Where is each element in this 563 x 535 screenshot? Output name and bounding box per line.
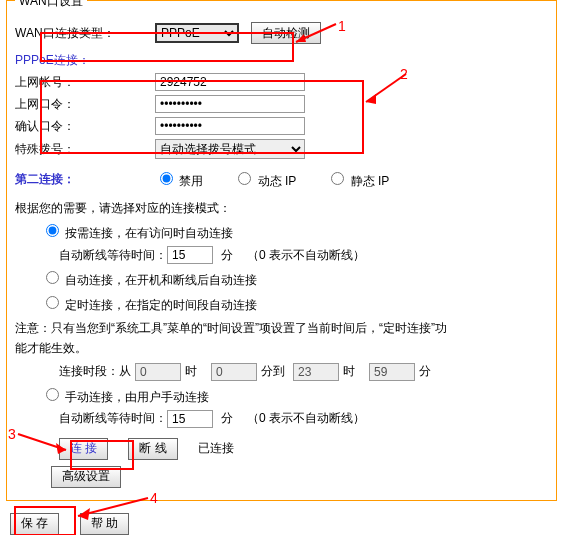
radio-disabled-label: 禁用 [179, 174, 203, 188]
section-pppoe: PPPoE连接： [15, 52, 548, 69]
label-idle1: 自动断线等待时间： [59, 247, 167, 264]
radio-manual-wrap[interactable]: 手动连接，由用户手动连接 [41, 385, 209, 406]
radio-auto-wrap[interactable]: 自动连接，在开机和断线后自动连接 [41, 268, 257, 289]
fieldset-title: WAN口设置 [15, 0, 87, 8]
input-account[interactable] [155, 73, 305, 91]
radio-ondemand-label: 按需连接，在有访问时自动连接 [65, 226, 233, 240]
radio-manual[interactable] [46, 388, 59, 401]
radio-disabled-wrap[interactable]: 禁用 [155, 169, 203, 190]
unit-min1: 分 [221, 247, 233, 264]
help-button[interactable]: 帮 助 [80, 513, 129, 535]
note-idle1: （0 表示不自动断线） [247, 247, 365, 264]
unit-h1: 时 [185, 363, 197, 380]
radio-auto[interactable] [46, 271, 59, 284]
label-idle2: 自动断线等待时间： [59, 410, 167, 427]
unit-h2: 时 [343, 363, 355, 380]
input-h1 [135, 363, 181, 381]
label-range-from: 连接时段：从 [59, 363, 131, 380]
radio-dynip-label: 动态 IP [258, 174, 297, 188]
annotation-1: 1 [338, 18, 346, 34]
note-timed: 注意：只有当您到“系统工具”菜单的“时间设置”项设置了当前时间后，“定时连接”功… [15, 318, 455, 359]
unit-m1: 分到 [261, 363, 285, 380]
input-m2 [369, 363, 415, 381]
radio-ondemand-wrap[interactable]: 按需连接，在有访问时自动连接 [41, 221, 233, 242]
radio-disabled[interactable] [160, 172, 173, 185]
mode-hint: 根据您的需要，请选择对应的连接模式： [15, 200, 231, 217]
unit-m2: 分 [419, 363, 431, 380]
input-password[interactable] [155, 95, 305, 113]
annotation-4: 4 [150, 490, 158, 506]
radio-timed-wrap[interactable]: 定时连接，在指定的时间段自动连接 [41, 293, 257, 314]
radio-staticip-wrap[interactable]: 静态 IP [326, 169, 389, 190]
label-conn-type: WAN口连接类型： [15, 25, 155, 42]
input-idle1[interactable] [167, 246, 213, 264]
radio-manual-label: 手动连接，由用户手动连接 [65, 390, 209, 404]
label-confirm: 确认口令： [15, 118, 155, 135]
radio-staticip[interactable] [331, 172, 344, 185]
radio-dynip[interactable] [238, 172, 251, 185]
detect-button[interactable]: 自动检测 [251, 22, 321, 44]
input-h2 [293, 363, 339, 381]
radio-dynip-wrap[interactable]: 动态 IP [233, 169, 296, 190]
unit-min2: 分 [221, 410, 233, 427]
input-confirm[interactable] [155, 117, 305, 135]
radio-auto-label: 自动连接，在开机和断线后自动连接 [65, 273, 257, 287]
radio-ondemand[interactable] [46, 224, 59, 237]
select-conn-type[interactable]: PPPoE [155, 23, 239, 43]
label-password: 上网口令： [15, 96, 155, 113]
annotation-2: 2 [400, 66, 408, 82]
radio-timed-label: 定时连接，在指定的时间段自动连接 [65, 298, 257, 312]
disconnect-button[interactable]: 断 线 [128, 438, 177, 460]
label-special: 特殊拨号： [15, 141, 155, 158]
note-idle2: （0 表示不自动断线） [247, 410, 365, 427]
label-second-conn: 第二连接： [15, 171, 155, 188]
advanced-button[interactable]: 高级设置 [51, 466, 121, 488]
annotation-3: 3 [8, 426, 16, 442]
input-m1 [211, 363, 257, 381]
select-special[interactable]: 自动选择拨号模式 [155, 139, 305, 159]
save-button[interactable]: 保 存 [10, 513, 59, 535]
label-account: 上网帐号： [15, 74, 155, 91]
status-text: 已连接 [198, 440, 234, 457]
input-idle2[interactable] [167, 410, 213, 428]
radio-staticip-label: 静态 IP [351, 174, 390, 188]
radio-timed[interactable] [46, 296, 59, 309]
connect-button[interactable]: 连 接 [59, 438, 108, 460]
